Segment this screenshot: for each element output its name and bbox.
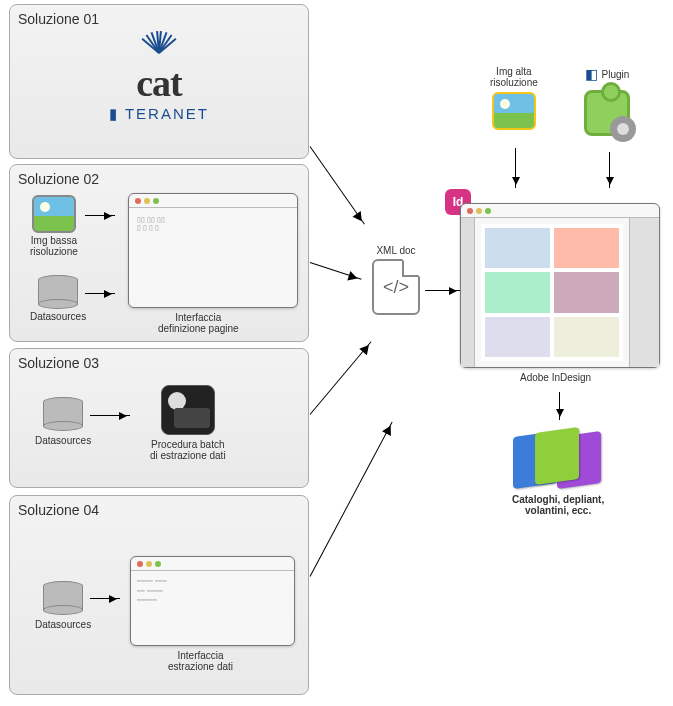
arrow-icon <box>310 262 362 280</box>
img-label: Img bassa risoluzione <box>30 235 78 257</box>
database-icon <box>38 275 78 309</box>
high-res-image-block: Img alta risoluzione <box>490 66 538 130</box>
batch-procedure-block: Procedura batch di estrazione dati <box>150 385 226 461</box>
arrow-icon <box>90 598 120 599</box>
arrow-icon <box>609 152 610 188</box>
indesign-label: Adobe InDesign <box>520 372 591 383</box>
brand-main: cat <box>18 61 300 105</box>
plugin-label: Plugin <box>602 69 630 80</box>
arrow-icon <box>310 422 393 577</box>
output-block: Cataloghi, depliant, volantini, ecc. <box>512 428 604 516</box>
panel-soluzione-04: Soluzione 04 Datasources ━━━━ ━━━━━ ━━━━… <box>9 495 309 695</box>
batch-icon <box>161 385 215 435</box>
database-icon <box>43 581 83 615</box>
plugin-icon <box>584 90 630 136</box>
arrow-icon <box>85 215 115 216</box>
xml-label: XML doc <box>376 245 415 256</box>
fan-icon <box>119 31 199 59</box>
db-label: Datasources <box>35 619 91 630</box>
ui-label: Interfaccia estrazione dati <box>168 650 233 672</box>
xml-doc-icon: </> <box>372 259 420 315</box>
panel-title: Soluzione 02 <box>18 171 300 187</box>
ui-label: Interfaccia definizione pagine <box>158 312 239 334</box>
arrow-icon <box>310 146 365 224</box>
db-label: Datasources <box>35 435 91 446</box>
arrow-icon <box>310 341 372 414</box>
datasources-block: Datasources <box>35 397 91 446</box>
image-icon <box>492 92 536 130</box>
indesign-window <box>460 203 660 368</box>
arrow-icon <box>559 392 560 420</box>
image-icon <box>32 195 76 233</box>
arrow-icon <box>425 290 460 291</box>
plugin-block: ◧Plugin <box>584 66 630 136</box>
panel-soluzione-02: Soluzione 02 Img bassa risoluzione Datas… <box>9 164 309 342</box>
xml-doc-block: XML doc </> <box>372 245 420 315</box>
arrow-icon <box>90 415 130 416</box>
catalogs-icon <box>513 428 603 488</box>
arrow-icon <box>515 148 516 188</box>
datasources-block: Datasources <box>35 581 91 630</box>
panel-title: Soluzione 03 <box>18 355 300 371</box>
proc-label: Procedura batch di estrazione dati <box>150 439 226 461</box>
output-label: Cataloghi, depliant, volantini, ecc. <box>512 494 604 516</box>
cat-teranet-logo: cat ▮ TERANET <box>18 31 300 123</box>
db-label: Datasources <box>30 311 86 322</box>
panel-soluzione-03: Soluzione 03 Datasources Procedura batch… <box>9 348 309 488</box>
panel-soluzione-01: Soluzione 01 cat ▮ TERANET <box>9 4 309 159</box>
arrow-icon <box>85 293 115 294</box>
low-res-image-block: Img bassa risoluzione <box>30 195 78 257</box>
brand-sub: ▮ TERANET <box>18 105 300 123</box>
panel-title: Soluzione 04 <box>18 502 300 518</box>
img-hi-label: Img alta risoluzione <box>490 66 538 88</box>
database-icon <box>43 397 83 431</box>
datasources-block: Datasources <box>30 275 86 322</box>
data-extraction-ui: ━━━━ ━━━━━ ━━━━━━━━━ <box>130 556 295 646</box>
panel-title: Soluzione 01 <box>18 11 300 27</box>
page-definition-ui: ▯▯ ▯▯ ▯▯▯ ▯ ▯ ▯ <box>128 193 298 308</box>
